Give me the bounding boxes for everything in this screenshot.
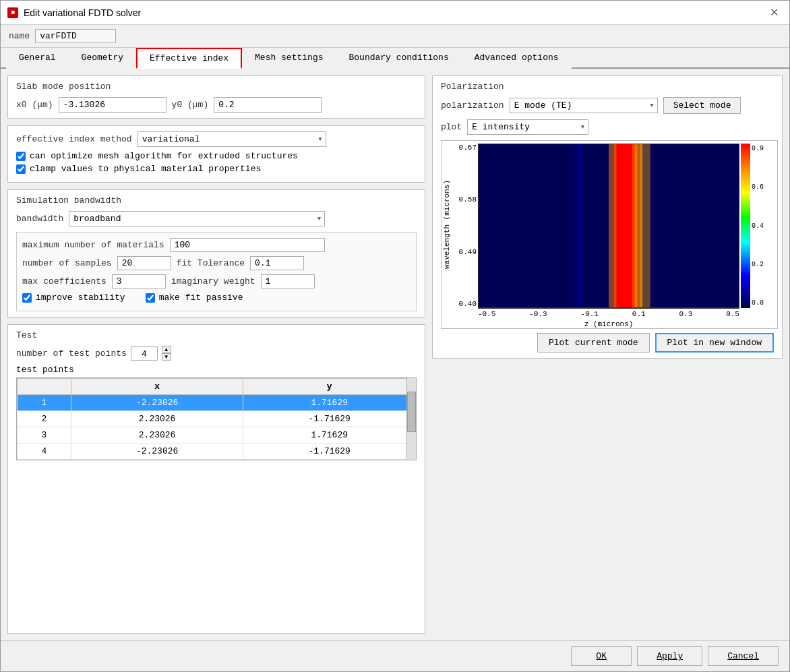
row-y: 1.71629 xyxy=(243,427,416,444)
name-input[interactable] xyxy=(35,29,116,43)
heatmap-svg xyxy=(479,144,739,307)
y0-input[interactable] xyxy=(214,97,322,113)
test-title: Test xyxy=(16,330,417,340)
simulation-bandwidth-section: Simulation bandwidth bandwidth broadband… xyxy=(7,189,425,317)
max-materials-label: maximum number of materials xyxy=(22,240,164,250)
tab-mesh-settings[interactable]: Mesh settings xyxy=(242,48,336,69)
max-materials-input[interactable] xyxy=(170,238,325,252)
plot-buttons: Plot current mode Plot in new window xyxy=(441,333,774,353)
x0-input[interactable] xyxy=(59,97,166,113)
slab-mode-section: Slab mode position x0 (μm) y0 (μm) xyxy=(7,75,425,119)
table-row[interactable]: 3 2.23026 1.71629 xyxy=(18,427,416,444)
method-row: effective index method variational xyxy=(16,131,417,147)
imag-weight-label: imaginary weight xyxy=(171,276,255,286)
colorbar-label-0.0: 0.0 xyxy=(752,299,764,307)
tab-geometry[interactable]: Geometry xyxy=(69,48,136,69)
test-table-wrapper: x y 1 -2.23026 1.71629 xyxy=(16,377,417,460)
improve-stability-checkbox[interactable] xyxy=(22,293,32,303)
imag-weight-input[interactable] xyxy=(261,274,315,288)
slab-mode-title: Slab mode position xyxy=(16,82,417,92)
sub-fields: maximum number of materials number of sa… xyxy=(16,232,417,311)
num-test-points-label: number of test points xyxy=(16,348,127,359)
cancel-button[interactable]: Cancel xyxy=(708,646,779,666)
bandwidth-select[interactable]: broadband xyxy=(69,211,325,226)
y0-label: y0 (μm) xyxy=(172,100,209,110)
plot-in-new-window-button[interactable]: Plot in new window xyxy=(655,333,774,353)
left-panel: Slab mode position x0 (μm) y0 (μm) effec… xyxy=(7,75,425,634)
plot-select[interactable]: E intensity H intensity xyxy=(467,119,588,135)
test-table-container: x y 1 -2.23026 1.71629 xyxy=(16,377,417,460)
bandwidth-title: Simulation bandwidth xyxy=(16,195,417,206)
make-fit-passive-row: make fit passive xyxy=(146,293,243,303)
method-select[interactable]: variational xyxy=(138,131,326,147)
spinner-down-button[interactable]: ▼ xyxy=(162,353,171,361)
title-bar-left: ■ Edit variational FDTD solver xyxy=(7,7,141,18)
improve-stability-row: improve stability xyxy=(22,293,125,303)
row-y: 1.71629 xyxy=(243,395,416,411)
table-row[interactable]: 1 -2.23026 1.71629 xyxy=(18,395,416,411)
tab-boundary-conditions[interactable]: Boundary conditions xyxy=(336,48,461,69)
checkbox2-row: clamp values to physical material proper… xyxy=(16,164,417,174)
checkbox2[interactable] xyxy=(16,164,26,174)
spinner-buttons: ▲ ▼ xyxy=(162,346,171,361)
svg-rect-10 xyxy=(572,144,578,307)
checkbox-row-bottom: improve stability make fit passive xyxy=(22,293,411,305)
close-button[interactable]: ✕ xyxy=(766,5,783,20)
col-header-num xyxy=(18,379,71,395)
row-num: 3 xyxy=(18,427,71,444)
polarization-select[interactable]: E mode (TE) H mode (TM) xyxy=(510,98,658,113)
num-samples-label: number of samples xyxy=(22,258,112,268)
apply-button[interactable]: Apply xyxy=(637,646,702,666)
scrollbar-thumb[interactable] xyxy=(407,392,416,432)
colorbar-gradient xyxy=(741,144,750,308)
checkbox1[interactable] xyxy=(16,152,26,161)
app-icon: ■ xyxy=(7,7,18,18)
main-content: Slab mode position x0 (μm) y0 (μm) effec… xyxy=(1,69,789,640)
table-row[interactable]: 2 2.23026 -1.71629 xyxy=(18,411,416,427)
effective-index-method-section: effective index method variational can o… xyxy=(7,125,425,183)
spinner-up-button[interactable]: ▲ xyxy=(162,346,171,353)
right-panel: Polarization polarization E mode (TE) H … xyxy=(432,75,783,634)
test-table: x y 1 -2.23026 1.71629 xyxy=(17,378,416,460)
num-test-points-input[interactable] xyxy=(131,346,158,361)
plot-row: plot E intensity H intensity xyxy=(441,119,774,135)
colorbar-label-0.6: 0.6 xyxy=(752,183,764,191)
table-row[interactable]: 4 -2.23026 -1.71629 xyxy=(18,444,416,460)
colorbar-label-0.4: 0.4 xyxy=(752,222,764,230)
y-tick-labels: 0.67 0.58 0.49 0.40 xyxy=(452,144,477,308)
colorbar-label-0.9: 0.9 xyxy=(752,145,764,152)
max-coeff-input[interactable] xyxy=(112,274,166,288)
tab-general[interactable]: General xyxy=(6,48,69,69)
row-x: 2.23026 xyxy=(71,411,243,427)
colorbar-label-0.2: 0.2 xyxy=(752,261,764,268)
tab-bar: General Geometry Effective index Mesh se… xyxy=(1,48,789,69)
tab-effective-index[interactable]: Effective index xyxy=(136,48,242,69)
name-label: name xyxy=(9,31,30,41)
slab-mode-row: x0 (μm) y0 (μm) xyxy=(16,97,417,113)
ok-button[interactable]: OK xyxy=(571,646,632,666)
footer: OK Apply Cancel xyxy=(1,640,789,671)
checkbox2-label: clamp values to physical material proper… xyxy=(30,164,261,174)
fit-tolerance-input[interactable] xyxy=(250,256,304,270)
x-axis-label: z (microns) xyxy=(478,311,739,328)
row-num: 2 xyxy=(18,411,71,427)
plot-select-wrapper: E intensity H intensity xyxy=(467,119,588,135)
num-samples-input[interactable] xyxy=(117,256,171,270)
colorbar-labels: 0.9 0.6 0.4 0.2 0.0 xyxy=(752,144,764,308)
bandwidth-row: bandwidth broadband xyxy=(16,211,417,226)
plot-current-mode-button[interactable]: Plot current mode xyxy=(537,333,650,353)
num-samples-row: number of samples fit Tolerance xyxy=(22,256,411,270)
make-fit-passive-checkbox[interactable] xyxy=(146,293,155,303)
window-title: Edit variational FDTD solver xyxy=(24,7,141,18)
row-y: -1.71629 xyxy=(243,411,416,427)
svg-rect-8 xyxy=(640,144,650,307)
tab-advanced-options[interactable]: Advanced options xyxy=(462,48,572,69)
test-points-label: test points xyxy=(16,365,417,375)
scrollbar[interactable] xyxy=(406,378,416,460)
max-coeff-row: max coefficients imaginary weight xyxy=(22,274,411,288)
y-tick-0.58: 0.58 xyxy=(459,195,477,204)
select-mode-button[interactable]: Select mode xyxy=(663,97,741,114)
plot-area: wavelength (microns) 0.67 0.58 0.49 0.40 xyxy=(441,140,778,329)
method-label: effective index method xyxy=(16,134,132,144)
improve-stability-label: improve stability xyxy=(36,293,125,303)
